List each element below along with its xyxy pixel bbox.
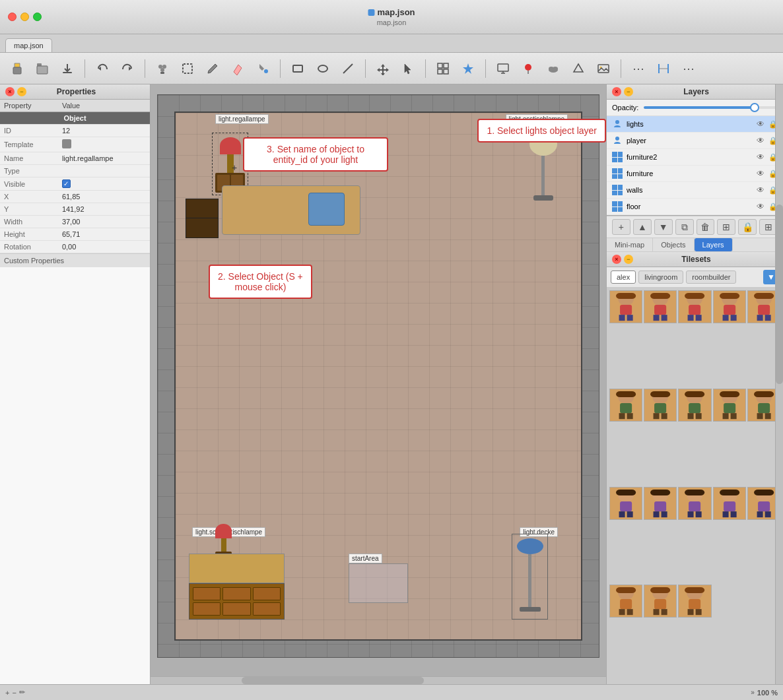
monitor-button[interactable]: [491, 57, 515, 80]
layer-eye-furniture2[interactable]: 👁: [757, 152, 765, 162]
image-button[interactable]: [592, 57, 615, 80]
prop-width-value[interactable]: 37,00: [58, 216, 150, 228]
layer-row-player[interactable]: player 👁 🔒: [607, 133, 783, 149]
sprite-cell[interactable]: [609, 290, 642, 323]
layer-add-button[interactable]: +: [612, 219, 630, 235]
layer-row-furniture[interactable]: furniture 👁 🔒: [607, 166, 783, 182]
view-button[interactable]: [431, 57, 455, 80]
scrollbar-horizontal[interactable]: [151, 676, 606, 684]
sprite-cell[interactable]: [644, 487, 677, 520]
tab-layers[interactable]: Layers: [695, 238, 733, 251]
opacity-thumb[interactable]: [750, 103, 759, 112]
svg-rect-18: [438, 69, 442, 74]
undo-button[interactable]: [90, 57, 114, 80]
tilesets-close-button[interactable]: ×: [612, 255, 621, 264]
layer-up-button[interactable]: ▲: [633, 219, 652, 235]
prop-x-value[interactable]: 61,85: [58, 191, 150, 203]
more-button-2[interactable]: ⋯: [677, 57, 700, 80]
window-title: map.json: [368, 7, 415, 17]
cursor-button[interactable]: [396, 57, 420, 80]
move-button[interactable]: [371, 57, 395, 80]
layer-delete-button[interactable]: 🗑: [697, 219, 715, 235]
tilesets-minimize-button[interactable]: −: [624, 255, 633, 264]
layers-minimize-button[interactable]: −: [624, 87, 633, 96]
tileset-tab-livingroom[interactable]: livingroom: [638, 270, 683, 284]
layer-eye-player[interactable]: 👁: [757, 136, 765, 145]
sprite-cell[interactable]: [609, 487, 642, 520]
arrow-icon-button[interactable]: [652, 57, 675, 80]
visible-checkbox[interactable]: ✓: [62, 179, 71, 188]
layer-eye-walls[interactable]: 👁: [757, 185, 765, 195]
prop-y-value[interactable]: 141,92: [58, 203, 150, 216]
file-tab[interactable]: map.json: [5, 38, 52, 52]
fill-button[interactable]: [251, 57, 275, 80]
maximize-button[interactable]: [33, 13, 42, 21]
layer-duplicate-button[interactable]: ⧉: [675, 219, 694, 235]
minimize-button[interactable]: [20, 13, 29, 21]
layer-eye-floor[interactable]: 👁: [757, 202, 765, 211]
download-button[interactable]: [55, 57, 79, 80]
tileset-tab-alex[interactable]: alex: [611, 270, 636, 284]
scrollbar-thumb-v[interactable]: [776, 252, 783, 384]
select-button[interactable]: [176, 57, 199, 80]
prop-rotation-value[interactable]: 0,00: [58, 241, 150, 253]
scrollbar-vertical[interactable]: [775, 252, 783, 684]
prop-name-value[interactable]: light.regallampe: [58, 152, 150, 165]
svg-rect-38: [620, 305, 632, 315]
line-button[interactable]: [336, 57, 360, 80]
tab-objects[interactable]: Objects: [653, 238, 694, 251]
sprite-cell[interactable]: [644, 389, 677, 422]
layer-lock-button[interactable]: 🔒: [738, 219, 757, 235]
pencil-button[interactable]: [201, 57, 224, 80]
layer-eye-lights[interactable]: 👁: [757, 119, 765, 129]
zoom-chevron[interactable]: »: [751, 689, 755, 696]
sprite-cell[interactable]: [678, 585, 711, 618]
layer-row-furniture2[interactable]: furniture2 👁 🔒: [607, 149, 783, 166]
sprite-cell[interactable]: [678, 290, 711, 323]
save-button[interactable]: [5, 57, 29, 80]
scrollbar-thumb-h[interactable]: [242, 677, 424, 684]
rect-button[interactable]: [286, 57, 310, 80]
close-button[interactable]: [8, 13, 17, 21]
pin-button[interactable]: [516, 57, 540, 80]
prop-height-value[interactable]: 65,71: [58, 228, 150, 241]
layer-row-floor[interactable]: floor 👁 🔒: [607, 199, 783, 215]
open-button[interactable]: [30, 57, 54, 80]
layer-merge-button[interactable]: ⊞: [717, 219, 735, 235]
sprite-cell[interactable]: [644, 585, 677, 618]
status-icon-3[interactable]: ✏: [19, 688, 25, 697]
tab-minimap[interactable]: Mini-map: [607, 238, 653, 251]
sprite-cell[interactable]: [644, 290, 677, 323]
sprite-cell[interactable]: [678, 389, 711, 422]
sprite-cell[interactable]: [713, 389, 746, 422]
map-container[interactable]: light.regallampe light.esstischlampe: [157, 94, 599, 658]
sprite-cell[interactable]: [678, 487, 711, 520]
sprite-cell[interactable]: [609, 585, 642, 618]
layers-close-button[interactable]: ×: [612, 87, 621, 96]
panel-minimize-button[interactable]: −: [17, 87, 26, 96]
label-startarea: startArea: [349, 554, 382, 563]
triangle-button[interactable]: [566, 57, 590, 80]
snap-button[interactable]: [456, 57, 480, 80]
more-button[interactable]: ⋯: [627, 57, 650, 80]
opacity-slider[interactable]: [644, 106, 778, 109]
sprite-cell[interactable]: [713, 290, 746, 323]
layer-row-lights[interactable]: lights 👁 🔒: [607, 116, 783, 133]
layer-eye-furniture[interactable]: 👁: [757, 169, 765, 178]
prop-type-value[interactable]: [58, 165, 150, 177]
tileset-tab-roombuilder[interactable]: roombuilder: [686, 270, 736, 284]
cloud-button[interactable]: [541, 57, 565, 80]
status-icon-1[interactable]: +: [5, 689, 9, 697]
sprite-cell[interactable]: [609, 389, 642, 422]
redo-button[interactable]: [116, 57, 139, 80]
stamp-button[interactable]: [151, 57, 174, 80]
sprite-cell[interactable]: [713, 487, 746, 520]
canvas-area[interactable]: 3. Set name of object to entity_id of yo…: [151, 84, 606, 684]
svg-rect-53: [724, 305, 735, 315]
prop-visible-value[interactable]: ✓: [58, 177, 150, 191]
eraser-button[interactable]: [226, 57, 250, 80]
ellipse-button[interactable]: [311, 57, 335, 80]
layer-down-button[interactable]: ▼: [654, 219, 673, 235]
layer-row-walls[interactable]: walls 👁 🔒: [607, 182, 783, 199]
panel-close-button[interactable]: ×: [5, 87, 15, 96]
